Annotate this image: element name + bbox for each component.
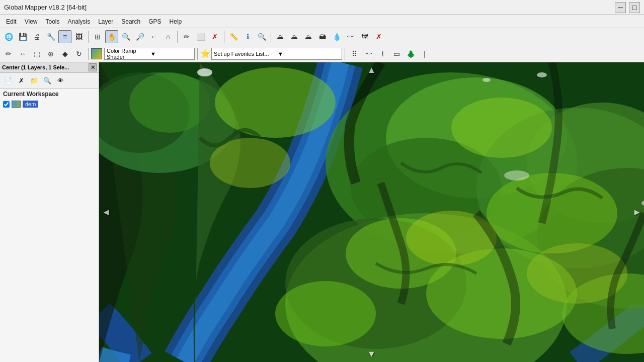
- favorites-dropdown[interactable]: Set up Favorites List... ▼: [211, 48, 342, 60]
- shader-dropdown[interactable]: Color Ramp Shader ▼: [104, 48, 195, 60]
- menu-item-gps[interactable]: GPS: [144, 17, 165, 26]
- left-panel: Center (1 Layers, 1 Sele... ✕ 📄 ✗ 📁 🔍 👁 …: [0, 62, 99, 362]
- terrain2-button[interactable]: ⛰: [288, 30, 301, 43]
- panel-new-button[interactable]: 📄: [2, 74, 14, 86]
- info-button[interactable]: ℹ: [241, 30, 254, 43]
- vertex-button[interactable]: ◆: [58, 47, 71, 60]
- dem-terrain-view: [99, 62, 644, 362]
- rotate-button[interactable]: ↻: [72, 47, 86, 60]
- sep2: [177, 31, 178, 43]
- configure-button[interactable]: 🔧: [44, 30, 57, 43]
- home-button[interactable]: ⌂: [162, 30, 175, 43]
- titlebar: Global Mapper v18.2 [64-bit] ─ □: [0, 0, 644, 15]
- delete-button[interactable]: ✗: [208, 30, 221, 43]
- layer-item[interactable]: dem: [0, 100, 99, 109]
- menu-item-analysis[interactable]: Analysis: [64, 17, 95, 26]
- pipe-button[interactable]: |: [418, 47, 431, 60]
- panel-toolbar: 📄 ✗ 📁 🔍 👁: [0, 73, 99, 88]
- favorites-dropdown-label: Set up Favorites List...: [214, 51, 276, 57]
- globe-button[interactable]: 🌐: [2, 30, 15, 43]
- panel-zoom-button[interactable]: 🔍: [41, 74, 53, 86]
- print-button[interactable]: 🖨: [30, 30, 43, 43]
- zoom-out-button[interactable]: 🔎: [133, 30, 146, 43]
- panel-delete-button[interactable]: ✗: [15, 74, 27, 86]
- window-controls: ─ □: [615, 2, 640, 13]
- minimize-button[interactable]: ─: [615, 2, 626, 13]
- nav-arrow-down[interactable]: ▼: [367, 349, 376, 359]
- panel-close-button[interactable]: ✕: [89, 63, 97, 71]
- layer-name: dem: [23, 101, 38, 108]
- main-area: Center (1 Layers, 1 Sele... ✕ 📄 ✗ 📁 🔍 👁 …: [0, 62, 644, 362]
- maximize-button[interactable]: □: [629, 2, 640, 13]
- rect-select-button[interactable]: ⬜: [194, 30, 207, 43]
- nav-arrow-right[interactable]: ►: [632, 207, 641, 218]
- area-button[interactable]: ▭: [390, 47, 403, 60]
- water-button[interactable]: 💧: [330, 30, 343, 43]
- tree-button[interactable]: 🌲: [404, 47, 417, 60]
- menu-item-help[interactable]: Help: [166, 17, 186, 26]
- workspace-label: Current Workspace: [0, 88, 99, 100]
- sep4: [271, 31, 271, 43]
- shader-icon: [91, 48, 102, 59]
- menu-item-edit[interactable]: Edit: [2, 17, 21, 26]
- draw-button[interactable]: ✏: [180, 30, 193, 43]
- svg-point-3: [129, 72, 210, 133]
- pan-button[interactable]: ✋: [105, 30, 118, 43]
- layers-button[interactable]: ≡: [58, 30, 71, 43]
- sep7: [345, 48, 345, 60]
- app-title: Global Mapper v18.2 [64-bit]: [4, 4, 87, 11]
- relief-button[interactable]: 🗺: [358, 30, 371, 43]
- star-icon: ⭐: [200, 49, 210, 58]
- save-button[interactable]: 💾: [16, 30, 29, 43]
- layer-checkbox[interactable]: [3, 101, 10, 108]
- measure-button[interactable]: 📏: [227, 30, 240, 43]
- sep3: [224, 31, 224, 43]
- panel-eye-button[interactable]: 👁: [54, 74, 66, 86]
- terrain1-button[interactable]: ⛰: [274, 30, 287, 43]
- svg-point-17: [275, 281, 376, 346]
- panel-title: Center (1 Layers, 1 Sele...: [2, 64, 69, 70]
- sep6: [197, 48, 198, 60]
- zoom-rect-button[interactable]: ⊞: [91, 30, 104, 43]
- layer-select-button[interactable]: ⬚: [30, 47, 43, 60]
- svg-point-13: [215, 67, 336, 138]
- move-button[interactable]: ↔: [16, 47, 29, 60]
- map-canvas[interactable]: ▲ ▼ ◄ ►: [99, 62, 644, 362]
- path-button[interactable]: ⌇: [376, 47, 389, 60]
- menu-item-search[interactable]: Search: [117, 17, 144, 26]
- terrain3-button[interactable]: ⛰: [302, 30, 315, 43]
- snap-button[interactable]: ⊕: [44, 47, 57, 60]
- contour-button[interactable]: 〰: [344, 30, 357, 43]
- svg-point-26: [504, 170, 529, 180]
- svg-point-14: [451, 98, 552, 158]
- sep5: [88, 48, 89, 60]
- nav-arrow-up[interactable]: ▲: [367, 65, 376, 75]
- terrain-x-button[interactable]: ✗: [372, 30, 385, 43]
- svg-point-25: [482, 78, 491, 82]
- search-feature-button[interactable]: 🔍: [255, 30, 268, 43]
- panel-header: Center (1 Layers, 1 Sele... ✕: [0, 62, 99, 73]
- menubar: EditViewToolsAnalysisLayerSearchGPSHelp: [0, 15, 644, 28]
- draw2-button[interactable]: ✏: [2, 47, 15, 60]
- favorites-dropdown-arrow: ▼: [278, 51, 340, 57]
- zoom-in-button[interactable]: 🔍: [119, 30, 132, 43]
- shader-dropdown-label: Color Ramp Shader: [107, 48, 148, 60]
- terrain4-button[interactable]: 🏔: [316, 30, 329, 43]
- toolbar-row2: ✏ ↔ ⬚ ⊕ ◆ ↻ Color Ramp Shader ▼ ⭐ Set up…: [0, 45, 644, 62]
- back-button[interactable]: ←: [147, 30, 160, 43]
- shader-dropdown-arrow: ▼: [150, 51, 192, 57]
- dots1-button[interactable]: ⠿: [348, 47, 361, 60]
- toolbar-row1: 🌐 💾 🖨 🔧 ≡ 🖼 ⊞ ✋ 🔍 🔎 ← ⌂ ✏ ⬜ ✗ 📏 ℹ 🔍 ⛰ ⛰ …: [0, 28, 644, 45]
- panel-folder-button[interactable]: 📁: [28, 74, 40, 86]
- menu-item-view[interactable]: View: [21, 17, 42, 26]
- menu-item-tools[interactable]: Tools: [41, 17, 63, 26]
- sep1: [88, 31, 89, 43]
- layer-icon: [12, 101, 21, 108]
- wave-button[interactable]: 〰: [362, 47, 375, 60]
- svg-point-24: [537, 72, 547, 77]
- nav-arrow-left[interactable]: ◄: [102, 207, 111, 218]
- svg-point-23: [197, 68, 212, 76]
- image-button[interactable]: 🖼: [72, 30, 86, 43]
- menu-item-layer[interactable]: Layer: [94, 17, 117, 26]
